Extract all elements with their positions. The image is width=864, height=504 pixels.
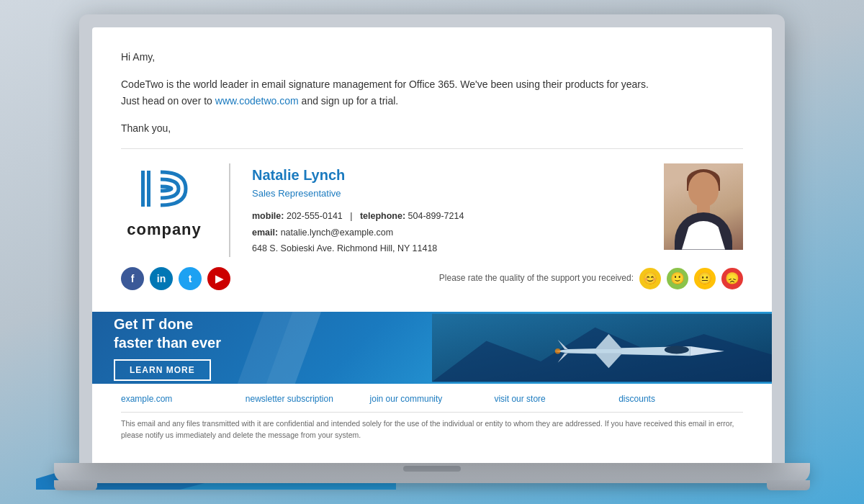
rating-section: Please rate the quality of the support y… bbox=[439, 268, 743, 289]
banner-line1: Get IT done bbox=[114, 316, 193, 332]
footer-link-discounts[interactable]: discounts bbox=[618, 392, 743, 406]
rating-bad-button[interactable]: 😞 bbox=[721, 268, 743, 289]
rating-good-button[interactable]: 🙂 bbox=[667, 268, 688, 289]
sig-contact: mobile: 202-555-0141 | telephone: 504-89… bbox=[252, 208, 649, 257]
rating-neutral-button[interactable]: 😐 bbox=[694, 268, 716, 289]
sig-phone-row: mobile: 202-555-0141 | telephone: 504-89… bbox=[252, 208, 649, 225]
banner-text: Get IT done faster than ever LEARN MORE bbox=[92, 315, 243, 381]
sig-email-row: email: natalie.lynch@example.com bbox=[252, 225, 649, 241]
email-footer: example.com newsletter subscription join… bbox=[92, 384, 772, 463]
body-text-3: and sign up for a trial. bbox=[302, 95, 399, 107]
laptop-foot-right bbox=[767, 480, 810, 490]
social-row: f in t ▶ Please rate the quality of the … bbox=[121, 267, 743, 297]
footer-links: example.com newsletter subscription join… bbox=[121, 384, 743, 413]
person-head bbox=[688, 172, 719, 207]
jet-svg bbox=[432, 312, 772, 384]
laptop-bezel: Hi Amy, CodeTwo is the world leader in e… bbox=[79, 14, 785, 463]
banner-headline: Get IT done faster than ever bbox=[114, 315, 221, 352]
telephone-number: 504-899-7214 bbox=[408, 211, 464, 221]
telephone-label: telephone: bbox=[360, 211, 405, 221]
footer-link-community[interactable]: join our community bbox=[370, 392, 495, 406]
email-paragraph: CodeTwo is the world leader in email sig… bbox=[121, 76, 743, 109]
logo-svg bbox=[135, 163, 193, 214]
sig-address: 648 S. Sobieski Ave. Richmond Hill, NY 1… bbox=[252, 240, 649, 257]
disclaimer-text: This email and any files transmitted wit… bbox=[121, 418, 743, 449]
sig-name: Natalie Lynch bbox=[252, 163, 649, 186]
sig-info: Natalie Lynch Sales Representative mobil… bbox=[252, 163, 649, 257]
sig-divider bbox=[229, 163, 230, 257]
laptop-screen: Hi Amy, CodeTwo is the world leader in e… bbox=[92, 27, 772, 463]
laptop-base bbox=[54, 463, 810, 483]
email-label: email: bbox=[252, 228, 278, 238]
svg-point-4 bbox=[555, 348, 561, 354]
laptop-foot-left bbox=[54, 480, 97, 490]
svg-rect-0 bbox=[141, 171, 145, 207]
youtube-icon[interactable]: ▶ bbox=[207, 267, 230, 290]
mobile-label: mobile: bbox=[252, 211, 284, 221]
banner-image bbox=[432, 312, 772, 384]
rating-great-button[interactable]: 😊 bbox=[639, 268, 661, 289]
logo-text: company bbox=[127, 217, 202, 242]
linkedin-icon[interactable]: in bbox=[150, 267, 173, 290]
body-text-1: CodeTwo is the world leader in email sig… bbox=[121, 78, 649, 90]
rating-label: Please rate the quality of the support y… bbox=[439, 271, 634, 285]
twitter-icon[interactable]: t bbox=[179, 267, 202, 290]
svg-point-5 bbox=[665, 346, 689, 354]
mobile-number: 202-555-0141 bbox=[287, 211, 343, 221]
body-text-2: Just head on over to bbox=[121, 95, 212, 107]
footer-link-newsletter[interactable]: newsletter subscription bbox=[246, 392, 370, 406]
email-closing: Thank you, bbox=[121, 120, 743, 136]
social-icons: f in t ▶ bbox=[121, 267, 230, 290]
svg-rect-1 bbox=[147, 171, 150, 207]
sig-title: Sales Representative bbox=[252, 186, 649, 202]
codetwo-link[interactable]: www.codetwo.com bbox=[215, 95, 299, 107]
promo-banner: Get IT done faster than ever LEARN MORE bbox=[92, 312, 772, 384]
footer-link-store[interactable]: visit our store bbox=[494, 392, 618, 406]
facebook-icon[interactable]: f bbox=[121, 267, 144, 290]
learn-more-button[interactable]: LEARN MORE bbox=[114, 359, 211, 381]
greeting: Hi Amy, bbox=[121, 49, 743, 65]
sig-photo bbox=[664, 163, 743, 250]
footer-link-home[interactable]: example.com bbox=[121, 392, 246, 406]
sig-email-addr: natalie.lynch@example.com bbox=[281, 228, 394, 238]
email-signature: company Natalie Lynch Sales Representati… bbox=[121, 148, 743, 257]
banner-line2: faster than ever bbox=[114, 335, 221, 351]
laptop-wrapper: Hi Amy, CodeTwo is the world leader in e… bbox=[36, 14, 828, 490]
email-body: Hi Amy, CodeTwo is the world leader in e… bbox=[92, 27, 772, 312]
company-logo: company bbox=[121, 163, 207, 242]
